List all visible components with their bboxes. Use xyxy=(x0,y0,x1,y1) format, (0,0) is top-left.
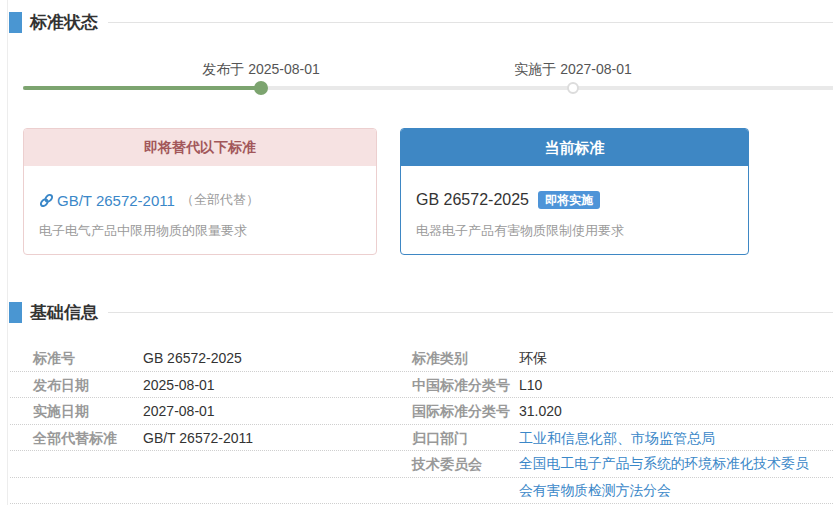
status-badge: 即将实施 xyxy=(538,191,600,209)
info-label: 发布日期 xyxy=(33,372,143,398)
info-value: 2025-08-01 xyxy=(143,372,215,398)
link-icon xyxy=(39,193,54,208)
info-value: 2027-08-01 xyxy=(143,398,215,424)
basic-info-table: 标准号 GB 26572-2025 标准类别 环保 发布日期 2025-08-0… xyxy=(10,345,833,504)
replacement-scope-note: （全部代替） xyxy=(181,191,259,209)
replaced-standard-link[interactable]: GB/T 26572-2011 xyxy=(57,192,175,209)
info-label: 归口部门 xyxy=(412,425,519,451)
ruled-row xyxy=(10,478,833,505)
replaced-card-header: 即将替代以下标准 xyxy=(24,129,376,166)
section-divider xyxy=(108,22,833,23)
info-label: 标准类别 xyxy=(412,345,519,371)
info-label: 实施日期 xyxy=(33,398,143,424)
panel-left-border xyxy=(7,0,8,505)
table-row: 发布日期 2025-08-01 中国标准分类号 L10 xyxy=(10,372,833,399)
section-accent-bar xyxy=(9,12,22,33)
section-accent-bar xyxy=(9,302,22,323)
info-label: 国际标准分类号 xyxy=(412,398,519,424)
info-value: GB 26572-2025 xyxy=(143,345,242,371)
current-card-header: 当前标准 xyxy=(401,129,748,166)
table-row: 实施日期 2027-08-01 国际标准分类号 31.020 xyxy=(10,398,833,425)
table-row: 标准号 GB 26572-2025 标准类别 环保 xyxy=(10,345,833,372)
section-title: 基础信息 xyxy=(30,301,98,324)
info-value: GB/T 26572-2011 xyxy=(143,425,253,451)
timeline-progress xyxy=(23,86,261,90)
current-standard-card: 当前标准 GB 26572-2025 即将实施 电器电子产品有害物质限制使用要求 xyxy=(400,128,749,255)
standard-detail-page: 标准状态 发布于 2025-08-01 实施于 2027-08-01 即将替代以… xyxy=(0,0,833,505)
status-section-header: 标准状态 xyxy=(9,11,833,34)
current-standard-description: 电器电子产品有害物质限制使用要求 xyxy=(416,222,733,240)
table-row: 全部代替标准 GB/T 26572-2011 归口部门 工业和信息化部、市场监管… xyxy=(10,425,833,452)
info-value: 31.020 xyxy=(519,398,562,424)
info-label: 中国标准分类号 xyxy=(412,372,519,398)
info-label: 标准号 xyxy=(33,345,143,371)
competent-department-link[interactable]: 工业和信息化部、市场监管总局 xyxy=(519,425,715,451)
section-divider xyxy=(108,312,833,313)
table-row: 技术委员会 全国电工电子产品与系统的环境标准化技术委员会有害物质检测方法分会 xyxy=(10,451,833,478)
info-label: 技术委员会 xyxy=(412,451,519,477)
section-title: 标准状态 xyxy=(30,11,98,34)
timeline-label-published: 发布于 2025-08-01 xyxy=(202,61,320,79)
current-card-body: GB 26572-2025 即将实施 电器电子产品有害物质限制使用要求 xyxy=(401,166,748,240)
replaced-standard-description: 电子电气产品中限用物质的限量要求 xyxy=(39,222,361,240)
timeline-dot-effective xyxy=(567,82,579,94)
replaced-standard-card: 即将替代以下标准 GB/T 26572-2011 （全部代替） 电子电气产品中限… xyxy=(23,128,377,255)
info-value: L10 xyxy=(519,372,542,398)
info-section-header: 基础信息 xyxy=(9,301,833,324)
info-value: 环保 xyxy=(519,345,547,371)
technical-committee-link[interactable]: 全国电工电子产品与系统的环境标准化技术委员会有害物质检测方法分会 xyxy=(519,451,811,477)
timeline-label-effective: 实施于 2027-08-01 xyxy=(514,61,632,79)
current-standard-code: GB 26572-2025 xyxy=(416,191,529,209)
info-label: 全部代替标准 xyxy=(33,425,143,451)
timeline-dot-published xyxy=(254,81,268,95)
replaced-card-body: GB/T 26572-2011 （全部代替） 电子电气产品中限用物质的限量要求 xyxy=(24,166,376,240)
